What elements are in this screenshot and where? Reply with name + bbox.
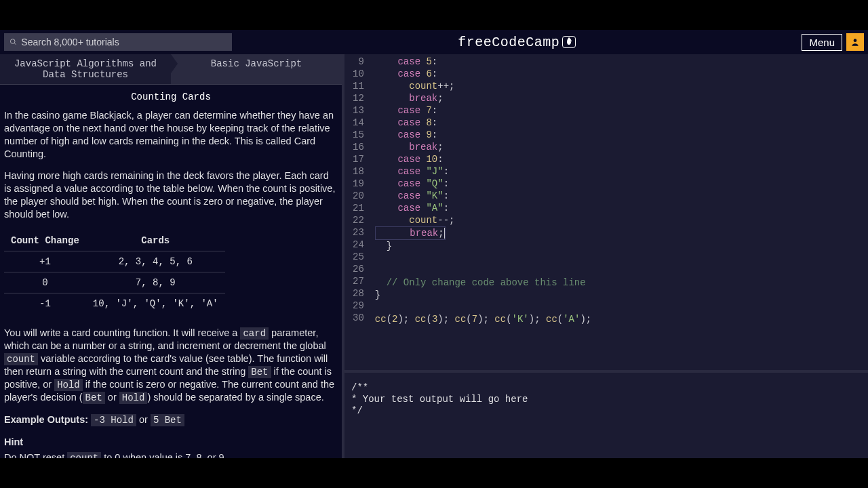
- fire-icon: [562, 36, 576, 48]
- header-bar: freeCodeCamp Menu: [0, 30, 868, 54]
- code-editor[interactable]: 9101112131415161718192021222324252627282…: [344, 54, 868, 370]
- table-row: -110, 'J', 'Q', 'K', 'A': [4, 293, 225, 314]
- code-area[interactable]: case 5: case 6: count++; break; case 7: …: [370, 54, 868, 370]
- table-row: +12, 3, 4, 5, 6: [4, 251, 225, 272]
- cards-table: Count Change Cards +12, 3, 4, 5, 6 07, 8…: [4, 230, 225, 314]
- table-row: 07, 8, 9: [4, 272, 225, 293]
- editor-pane: 9101112131415161718192021222324252627282…: [344, 54, 868, 458]
- user-icon: [850, 37, 860, 47]
- breadcrumb: JavaScript Algorithms and Data Structure…: [0, 54, 342, 85]
- breadcrumb-superblock[interactable]: JavaScript Algorithms and Data Structure…: [0, 54, 171, 84]
- th-change: Count Change: [4, 230, 86, 251]
- hint-heading: Hint: [4, 436, 338, 449]
- svg-line-1: [14, 43, 16, 44]
- brand-text: freeCodeCamp: [458, 35, 559, 50]
- svg-point-2: [854, 39, 857, 42]
- brand-logo[interactable]: freeCodeCamp: [458, 35, 576, 50]
- search-icon: [9, 38, 17, 46]
- signin-button[interactable]: [846, 33, 864, 51]
- instructions-pane: JavaScript Algorithms and Data Structure…: [0, 54, 344, 458]
- description-p1: In the casino game Blackjack, a player c…: [4, 109, 338, 160]
- search-input[interactable]: [21, 37, 226, 47]
- line-gutter: 9101112131415161718192021222324252627282…: [344, 54, 370, 370]
- th-cards: Cards: [86, 230, 225, 251]
- instructions-p: You will write a card counting function.…: [4, 327, 338, 405]
- description-p2: Having more high cards remaining in the …: [4, 169, 338, 220]
- breadcrumb-block[interactable]: Basic JavaScript: [171, 54, 342, 84]
- svg-point-0: [10, 39, 15, 44]
- search-box[interactable]: [4, 33, 232, 51]
- hint-line: Do NOT reset count to 0 when value is 7,…: [4, 451, 338, 458]
- menu-button[interactable]: Menu: [802, 34, 842, 51]
- example-outputs: Example Outputs: -3 Hold or 5 Bet: [4, 413, 338, 426]
- page-title: Counting Cards: [0, 85, 342, 109]
- console-output: /** * Your test output will go here */: [344, 370, 868, 458]
